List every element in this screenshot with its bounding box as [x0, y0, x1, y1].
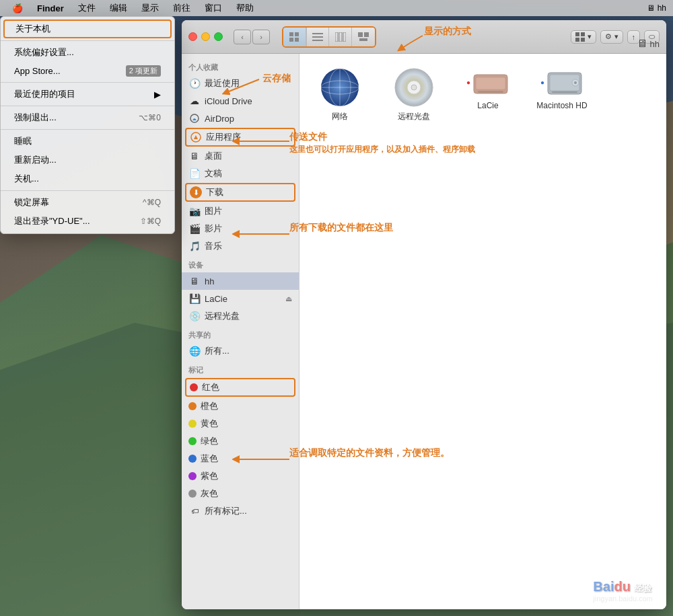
svg-rect-14 — [358, 32, 363, 37]
svg-rect-19 — [575, 38, 579, 42]
tag-group[interactable]: ⬭ — [644, 30, 660, 44]
column-view-button[interactable] — [329, 28, 352, 46]
lock-screen[interactable]: 锁定屏幕 ^⌘Q — [1, 193, 174, 212]
app-store-badge: 2 项更新 — [126, 65, 161, 77]
logout[interactable]: 退出登录"YD-UE"... ⇧⌘Q — [1, 212, 174, 231]
sidebar-item-tag-yellow[interactable]: 黄色 — [182, 415, 299, 432]
network-icon — [320, 67, 360, 108]
sidebar-item-recent[interactable]: 🕐 最近使用 — [182, 75, 299, 92]
movies-icon: 🎬 — [188, 223, 201, 235]
sidebar-item-tag-gray[interactable]: 灰色 — [182, 485, 299, 502]
sidebar-item-all-shared[interactable]: 🌐 所有... — [182, 342, 299, 360]
menu-separator-2 — [1, 82, 174, 83]
finder-toolbar: ‹ › ▾ ⚙ ▾ — [182, 20, 666, 54]
sidebar-item-tag-all[interactable]: 🏷 所有标记... — [182, 502, 299, 520]
sidebar-item-hh[interactable]: 🖥 hh — [182, 272, 299, 290]
share-group[interactable]: ↑ — [627, 30, 641, 44]
sidebar-item-documents[interactable]: 📄 文稿 — [182, 165, 299, 182]
svg-rect-17 — [575, 32, 579, 36]
menu-separator-3 — [1, 106, 174, 106]
recent-items[interactable]: 最近使用的项目 ▶ — [1, 85, 174, 104]
macintosh-hd-icon-item[interactable]: ● Macintosh HD — [535, 67, 589, 110]
menu-separator-4 — [1, 129, 174, 130]
zoom-button[interactable] — [214, 32, 223, 41]
sidebar-item-desktop[interactable]: 🖥 桌面 — [182, 147, 299, 165]
music-icon: 🎵 — [188, 240, 201, 252]
desktop-icon: 🖥 — [188, 150, 201, 162]
arrange-group[interactable]: ▾ — [571, 30, 596, 44]
sidebar-item-remote-dvd[interactable]: 💿 远程光盘 — [182, 307, 299, 325]
menubar-go[interactable]: 前往 — [168, 0, 196, 16]
sidebar-item-lacie[interactable]: 💾 LaCie ⏏ — [182, 290, 299, 307]
yellow-dot — [188, 420, 197, 428]
menubar-view[interactable]: 显示 — [136, 0, 164, 16]
sleep[interactable]: 睡眠 — [1, 132, 174, 151]
sidebar-item-tag-purple[interactable]: 紫色 — [182, 467, 299, 485]
sidebar-item-tag-blue[interactable]: 蓝色 — [182, 450, 299, 467]
sidebar-item-tag-green[interactable]: 绿色 — [182, 432, 299, 450]
lacie-icon: 💾 — [188, 293, 201, 305]
apple-menu-trigger[interactable]: 🍎 — [7, 0, 28, 16]
lacie-icon-item[interactable]: ● LaCie — [461, 67, 515, 110]
icon-view-button[interactable] — [283, 28, 306, 46]
red-dot — [190, 383, 198, 391]
svg-rect-13 — [343, 32, 346, 42]
sidebar-item-icloud[interactable]: ☁ iCloud Drive — [182, 92, 299, 110]
menubar-window[interactable]: 窗口 — [199, 0, 227, 16]
sidebar-item-movies[interactable]: 🎬 影片 — [182, 220, 299, 237]
remote-dvd-icon-item[interactable]: 远程光盘 — [387, 67, 441, 122]
svg-rect-8 — [312, 33, 323, 34]
back-button[interactable]: ‹ — [234, 30, 251, 44]
remote-dvd-label: 远程光盘 — [398, 111, 430, 122]
sidebar-item-downloads[interactable]: ⬇ 下载 — [185, 183, 295, 202]
network-icon-item[interactable]: 网络 — [313, 67, 367, 122]
sidebar-item-pictures[interactable]: 📷 图片 — [182, 202, 299, 220]
close-button[interactable] — [188, 32, 197, 41]
menubar-file[interactable]: 文件 — [73, 0, 101, 16]
lacie-label: LaCie — [477, 101, 498, 110]
menu-separator-5 — [1, 190, 174, 191]
sidebar-item-airdrop[interactable]: AirDrop — [182, 110, 299, 127]
lacie-icon-wrapper: ● — [466, 67, 509, 98]
svg-rect-16 — [359, 38, 367, 41]
macintosh-hd-label: Macintosh HD — [536, 101, 587, 110]
list-view-button[interactable] — [306, 28, 329, 46]
macintosh-hd-icon — [546, 67, 583, 98]
app-store[interactable]: App Store... 2 项更新 — [1, 62, 174, 80]
menubar-finder[interactable]: Finder — [32, 0, 69, 16]
airdrop-icon — [188, 112, 201, 124]
shutdown[interactable]: 关机... — [1, 169, 174, 188]
green-dot — [188, 437, 197, 445]
svg-rect-10 — [312, 40, 323, 41]
force-quit[interactable]: 强制退出... ⌥⌘0 — [1, 108, 174, 127]
restart[interactable]: 重新启动... — [1, 151, 174, 169]
forward-button[interactable]: › — [252, 30, 270, 44]
about-this-mac[interactable]: 关于本机 — [3, 20, 172, 38]
svg-rect-32 — [476, 77, 505, 89]
system-preferences[interactable]: 系统偏好设置... — [1, 43, 174, 62]
icon-grid: 网络 — [313, 67, 653, 122]
svg-rect-6 — [289, 38, 293, 42]
dvd-icon: 💿 — [188, 310, 201, 322]
menubar-help[interactable]: 帮助 — [231, 0, 259, 16]
menubar-edit[interactable]: 编辑 — [104, 0, 133, 16]
eject-lacie-button[interactable]: ⏏ — [285, 295, 292, 303]
sidebar-item-tag-orange[interactable]: 橙色 — [182, 397, 299, 415]
icloud-icon: ☁ — [188, 95, 201, 107]
sidebar-item-music[interactable]: 🎵 音乐 — [182, 237, 299, 255]
svg-rect-5 — [295, 32, 299, 36]
toolbar-right: ▾ ⚙ ▾ ↑ ⬭ — [571, 30, 660, 44]
view-buttons-group — [282, 26, 376, 48]
hd-dot: ● — [540, 79, 544, 86]
action-group[interactable]: ⚙ ▾ — [600, 30, 623, 44]
minimize-button[interactable] — [201, 32, 210, 41]
sidebar-item-applications[interactable]: 应用程序 — [185, 128, 295, 147]
cover-flow-button[interactable] — [352, 28, 375, 46]
svg-point-38 — [574, 81, 577, 84]
sidebar-item-tag-red[interactable]: 红色 — [185, 378, 295, 397]
menubar-right: 🖥 hh — [647, 3, 666, 13]
menubar: 🍎 Finder 文件 编辑 显示 前往 窗口 帮助 🖥 hh — [0, 0, 673, 16]
blue-dot — [188, 455, 197, 463]
svg-rect-12 — [339, 32, 342, 42]
documents-icon: 📄 — [188, 167, 201, 180]
